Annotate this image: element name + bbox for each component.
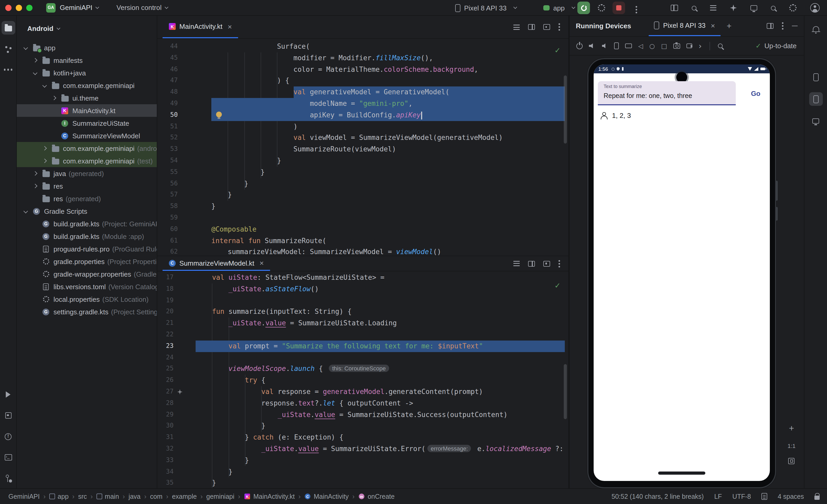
code-line-17[interactable]: 17 val uiState: StateFlow<SummarizeUiSta… [157,272,569,283]
rotate-left-button[interactable] [614,43,619,49]
split-panel-icon[interactable] [767,23,774,29]
tree-chevron-icon[interactable] [52,96,56,100]
split-view-icon[interactable] [528,261,535,266]
code-view-icon[interactable] [514,261,520,266]
indent-setting[interactable]: 4 spaces [778,493,804,500]
intention-bulb-icon[interactable] [216,112,222,117]
tree-row-mainactivity-kt[interactable]: MainActivity.kt [17,104,157,117]
code-line-45[interactable]: 45 modifier = Modifier.fillMaxSize(), [157,52,569,64]
tree-row-gradle-wrapper-properties[interactable]: gradle-wrapper.properties(Gradle Version… [17,268,157,280]
inspections-ok-icon[interactable]: ✓ [554,46,561,54]
code-line-50[interactable]: 50 apiKey = BuildConfig.apiKey [157,110,569,121]
navigation-pill[interactable] [658,471,706,475]
code-line-19[interactable]: 19 [157,295,569,306]
hide-panel-icon[interactable] [792,25,798,26]
code-line-57[interactable]: 57 } [157,189,569,201]
code-line-58[interactable]: 58} [157,201,569,212]
tree-row-gradle-scripts[interactable]: Gradle Scripts [17,205,157,217]
code-line-24[interactable]: 24 [157,352,569,363]
editor-more-icon[interactable] [558,263,560,264]
editorconfig-icon[interactable] [762,493,767,500]
tree-row-build-gradle-kts[interactable]: build.gradle.kts(Module :app) [17,230,157,242]
tree-row-gradle-properties[interactable]: gradle.properties(Project Properties) [17,255,157,268]
home-button[interactable]: ○ [649,42,655,50]
breadcrumb-example[interactable]: example [172,493,197,500]
code-line-27[interactable]: 27 val response = generativeModel.genera… [157,386,569,398]
code-line-55[interactable]: 55 } [157,167,569,178]
tree-chevron-icon[interactable] [43,146,47,151]
zoom-mode-icon[interactable] [718,44,723,48]
summarize-input-field[interactable]: Text to summarize Repeat for me: one, tw… [598,81,736,105]
search-everywhere-icon[interactable] [771,5,776,10]
code-line-31[interactable]: 31 } catch (e: Exception) { [157,432,569,443]
code-line-46[interactable]: 46 color = MaterialTheme.colorScheme.bac… [157,64,569,75]
structure-toolwindow-button[interactable] [1,42,15,56]
code-line-60[interactable]: 60@Composable [157,224,569,235]
breadcrumb-mainactivity[interactable]: MainActivity [304,493,348,500]
code-line-26[interactable]: 26 try { [157,375,569,386]
breadcrumb-app[interactable]: app [49,493,69,500]
tab-mainactivity-kt[interactable]: MainActivity.kt × [162,16,238,38]
tree-row-com-example-geminiapi[interactable]: com.example.geminiapi [17,79,157,92]
breadcrumb-main[interactable]: main [96,493,119,500]
more-run-options-button[interactable] [636,4,637,12]
close-tab-icon[interactable]: × [711,21,715,30]
zoom-fit-button[interactable] [788,458,795,464]
power-button[interactable] [576,43,583,49]
back-button[interactable]: ◁ [638,42,643,50]
design-view-icon[interactable] [543,24,550,30]
code-line-18[interactable]: 18 _uiState.asStateFlow() [157,283,569,295]
vcs-menu[interactable]: Version control [116,4,161,11]
code-line-44[interactable]: 44 Surface( [157,41,569,52]
tree-row-res[interactable]: res(generated) [17,192,157,205]
tree-row-java[interactable]: java(generated) [17,167,157,180]
tree-row-summarizeuistate[interactable]: SummarizeUiState [17,117,157,129]
running-devices-button[interactable] [809,92,823,106]
code-line-21[interactable]: 21 _uiState.value = SummarizeUiState.Loa… [157,318,569,329]
version-control-toolwindow-button[interactable] [1,471,15,485]
tree-chevron-icon[interactable] [43,159,47,163]
editor-summarizeviewmodel[interactable]: 17 val uiState: StateFlow<SummarizeUiSta… [157,271,569,488]
editor-scrollbar[interactable] [564,75,567,144]
run-toolwindow-button[interactable] [1,388,15,401]
project-toolwindow-button[interactable] [1,21,15,35]
tree-chevron-icon[interactable] [33,71,38,75]
code-line-56[interactable]: 56 } [157,178,569,189]
panel-options-icon[interactable] [782,25,783,27]
tree-row-app[interactable]: app [17,41,157,54]
terminal-toolwindow-button[interactable] [1,451,15,464]
code-line-20[interactable]: 20 fun summarize(inputText: String) { [157,306,569,318]
breadcrumb-src[interactable]: src [78,493,87,500]
volume-up-button[interactable] [589,43,596,49]
project-menu[interactable]: GeminiAPI [60,4,92,11]
device-manager-button[interactable] [809,70,823,84]
project-view-selector[interactable]: Android [17,16,157,41]
tree-row-settings-gradle-kts[interactable]: settings.gradle.kts(Project Settings) [17,305,157,318]
code-line-22[interactable]: 22 [157,329,569,341]
tree-row-local-properties[interactable]: local.properties(SDK Location) [17,293,157,305]
code-line-62[interactable]: 62 summarizeViewModel: SummarizeViewMode… [157,246,569,256]
tree-row-proguard-rules-pro[interactable]: proguard-rules.pro(ProGuard Rules) [17,242,157,255]
design-view-icon[interactable] [543,261,550,266]
breadcrumb-oncreate[interactable]: onCreate [358,493,395,500]
code-line-48[interactable]: 48 val generativeModel = GenerativeModel… [157,87,569,98]
emulator-screen[interactable]: 1:56 Text to summarize Repeat f [594,64,770,481]
screenshot-button[interactable] [673,43,680,49]
tree-chevron-icon[interactable] [43,83,47,88]
zoom-in-button[interactable]: + [789,423,794,434]
tree-row-ui-theme[interactable]: ui.theme [17,92,157,104]
caret-position[interactable]: 50:52 (140 chars, 2 line breaks) [612,493,704,500]
code-line-52[interactable]: 52 val viewModel = SummarizeViewModel(ge… [157,132,569,144]
screen-record-button[interactable] [686,44,692,48]
code-line-59[interactable]: 59 [157,212,569,224]
code-line-35[interactable]: 35 } [157,478,569,488]
tree-row-kotlin-java[interactable]: kotlin+java [17,66,157,79]
run-config-selector[interactable]: app [543,0,575,16]
notifications-button[interactable] [809,22,823,36]
breadcrumb-java[interactable]: java [129,493,141,500]
tree-row-build-gradle-kts[interactable]: build.gradle.kts(Project: GeminiAPI) [17,217,157,230]
settings-gear-icon[interactable] [789,4,796,11]
code-line-47[interactable]: 47 ) { [157,75,569,87]
code-line-51[interactable]: 51 ) [157,121,569,132]
build-toolwindow-button[interactable] [1,409,15,422]
